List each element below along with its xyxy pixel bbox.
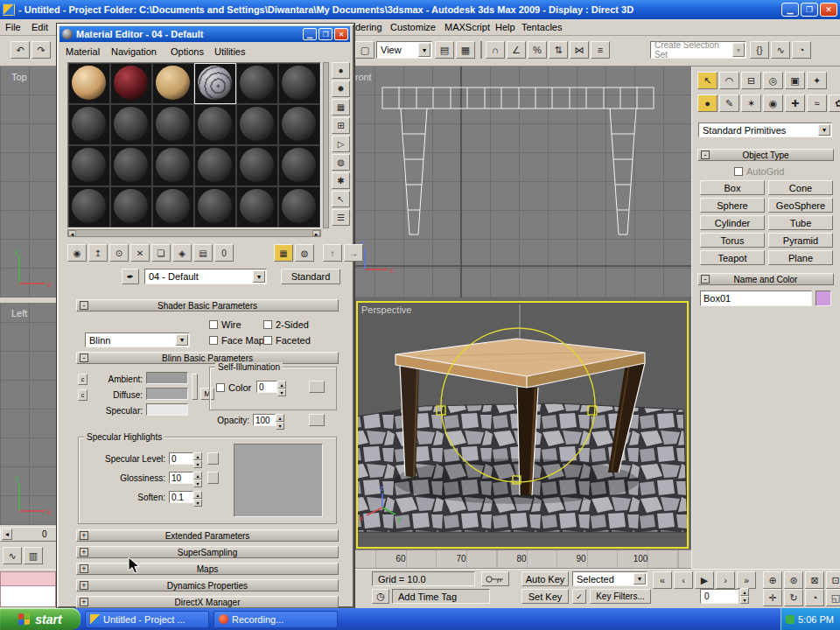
shapes-category-icon[interactable]: ✎ (719, 94, 739, 112)
sphere-button[interactable]: Sphere (700, 198, 765, 213)
blinn-basic-rollout-header[interactable]: - Blinn Basic Parameters (76, 352, 339, 364)
expand-icon[interactable]: + (80, 598, 88, 606)
menu-customize[interactable]: Customize (390, 22, 436, 32)
modify-tab-icon[interactable]: ◠ (719, 72, 739, 89)
me-menu-material[interactable]: Material (66, 46, 100, 57)
object-color-swatch[interactable] (816, 290, 831, 306)
display-tab-icon[interactable]: ▣ (785, 72, 805, 89)
angle-snap-icon[interactable]: ∠ (507, 41, 526, 59)
face-map-checkbox[interactable]: Face Map (209, 335, 264, 346)
maps-rollout[interactable]: +Maps (76, 563, 339, 575)
material-sample-slot-22[interactable] (236, 186, 278, 228)
material-sample-slot-14[interactable] (152, 145, 194, 186)
select-by-material-icon[interactable]: ↖ (332, 191, 350, 207)
material-sample-slot-10[interactable] (236, 104, 278, 145)
faceted-checkbox[interactable]: Faceted (263, 335, 311, 346)
zoom-extents-icon[interactable]: ⊠ (805, 571, 824, 589)
material-sample-slot-19[interactable] (110, 186, 152, 228)
maxscript-mini-listener[interactable] (0, 586, 56, 607)
set-key-button[interactable]: Set Key (522, 589, 569, 604)
chevron-down-icon[interactable]: ▾ (732, 43, 745, 57)
material-sample-slot-18[interactable] (68, 186, 110, 228)
pick-material-eyedropper-icon[interactable]: ✒ (122, 269, 139, 284)
viewport-front[interactable]: Front (346, 66, 691, 298)
self-illumination-spinner[interactable]: 0 (256, 381, 277, 393)
put-material-to-scene-icon[interactable]: ↥ (88, 244, 108, 262)
menu-rendering[interactable]: dering (355, 22, 382, 32)
mirror-icon[interactable]: ⋈ (570, 41, 589, 59)
snap-toggle-icon[interactable]: ∩ (486, 41, 505, 59)
self-illumination-map-button[interactable] (309, 381, 325, 393)
create-selection-set-combo[interactable]: Create Selection Set ▾ (650, 41, 746, 59)
me-menu-options[interactable]: Options (171, 46, 204, 57)
viewport-top-label[interactable]: Top (11, 72, 27, 82)
self-illumination-color-checkbox[interactable]: Color (216, 382, 251, 393)
chevron-down-icon[interactable]: ▾ (818, 124, 830, 136)
previous-frame-icon[interactable]: ‹ (674, 571, 693, 589)
play-icon[interactable]: ▶ (695, 571, 714, 589)
open-schematic-view-icon[interactable]: ▦ (456, 41, 475, 59)
collapse-icon[interactable]: - (701, 150, 710, 159)
go-to-start-icon[interactable]: « (653, 571, 672, 589)
autogrid-checkbox[interactable]: AutoGrid (734, 166, 784, 177)
put-to-library-icon[interactable]: ▤ (193, 244, 213, 262)
collapse-icon[interactable]: - (80, 354, 88, 362)
chevron-down-icon[interactable]: ▾ (253, 270, 265, 283)
collapse-icon[interactable]: - (80, 301, 88, 310)
add-time-tag-field[interactable]: Add Time Tag (392, 589, 490, 604)
tray-icon[interactable] (786, 615, 794, 624)
material-sample-slot-0[interactable] (68, 63, 110, 104)
material-name-combo[interactable]: 04 - Default ▾ (144, 269, 267, 284)
minimize-icon[interactable]: ▁ (303, 28, 317, 40)
two-sided-checkbox[interactable]: 2-Sided (263, 319, 309, 330)
hierarchy-tab-icon[interactable]: ⊟ (741, 72, 761, 89)
wire-checkbox[interactable]: Wire (209, 319, 242, 330)
cone-button[interactable]: Cone (768, 180, 833, 195)
spinner-arrows[interactable]: ▴▾ (193, 452, 202, 465)
material-sample-slot-5[interactable] (278, 63, 320, 104)
me-menu-utilities[interactable]: Utilities (214, 46, 245, 57)
taskbar-task-recording[interactable]: Recording... (214, 611, 338, 628)
specular-level-spinner[interactable]: 0 (169, 452, 193, 465)
material-sample-slot-11[interactable] (278, 104, 320, 145)
material-sample-slot-9[interactable] (194, 104, 236, 145)
close-icon[interactable]: ✕ (334, 28, 348, 40)
object-name-field[interactable]: Box01 (700, 290, 812, 306)
spinner-arrows[interactable]: ▴▾ (276, 414, 284, 426)
mini-curve-editor-icon[interactable]: ∿ (3, 547, 22, 564)
go-forward-to-sibling-icon[interactable]: → (344, 244, 363, 262)
menu-file[interactable]: File (5, 22, 21, 32)
material-id-channel-icon[interactable]: 0 (214, 244, 234, 262)
video-color-check-icon[interactable]: ▷ (332, 136, 350, 152)
maxscript-listener-icon[interactable]: ▥ (24, 547, 43, 564)
close-icon[interactable]: ✕ (820, 3, 837, 17)
cylinder-button[interactable]: Cylinder (700, 215, 765, 230)
curve-editor-icon[interactable]: ∿ (771, 41, 790, 59)
material-sample-slot-2[interactable] (152, 63, 194, 104)
expand-icon[interactable]: + (80, 581, 88, 590)
material-type-button[interactable]: Standard (281, 269, 340, 284)
get-material-icon[interactable]: ◉ (67, 244, 87, 262)
utilities-tab-icon[interactable]: ✦ (807, 72, 827, 89)
material-sample-slot-6[interactable] (68, 104, 110, 145)
show-end-result-icon[interactable]: ◍ (295, 244, 314, 262)
supersampling-rollout[interactable]: +SuperSampling (76, 546, 339, 558)
checkbox-icon[interactable] (263, 336, 272, 345)
go-to-parent-icon[interactable]: ↑ (323, 244, 342, 262)
chevron-down-icon[interactable]: ▾ (634, 573, 646, 584)
menu-edit[interactable]: Edit (32, 22, 48, 32)
sample-type-icon[interactable]: ● (332, 62, 350, 79)
shader-type-combo[interactable]: Blinn ▾ (85, 332, 190, 347)
set-keys-key-icon[interactable] (481, 571, 509, 586)
previous-frame-arrow-icon[interactable]: ◂ (2, 528, 12, 540)
soften-spinner[interactable]: 0.1 (169, 491, 193, 503)
make-material-copy-icon[interactable]: ❏ (151, 244, 171, 262)
sample-horizontal-scrollbar[interactable]: ◂ ▸ (67, 229, 321, 237)
next-frame-icon[interactable]: › (716, 571, 735, 589)
track-bar[interactable]: 60 70 80 90 100 (346, 550, 691, 569)
material-sample-slot-17[interactable] (278, 145, 320, 186)
go-to-end-icon[interactable]: » (737, 571, 756, 589)
tube-button[interactable]: Tube (768, 215, 833, 230)
diffuse-color-swatch[interactable] (146, 388, 188, 400)
current-time-field[interactable]: 0 (700, 589, 738, 604)
